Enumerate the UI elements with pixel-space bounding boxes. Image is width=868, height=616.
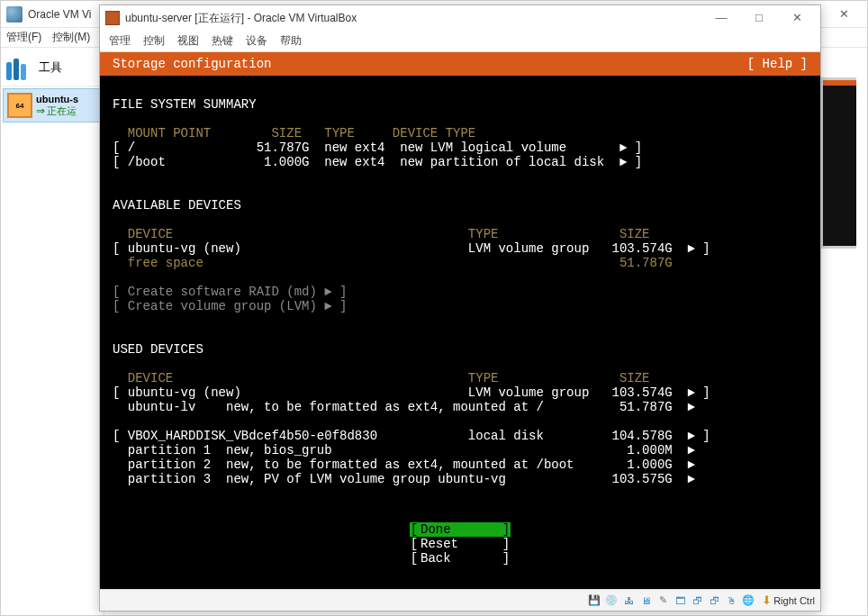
vm-menu-help[interactable]: 帮助 — [280, 33, 302, 49]
used-row-lv[interactable]: ubuntu-lv new, to be formatted as ext4, … — [113, 400, 695, 414]
avail-row-vg[interactable]: [ ubuntu-vg (new) LVM volume group 103.5… — [113, 241, 710, 256]
back-button[interactable]: [Back] — [410, 551, 511, 566]
vm-minimize-button[interactable]: — — [703, 7, 739, 29]
host-key-indicator: ⬇ Right Ctrl — [762, 593, 815, 607]
vm-menu-view[interactable]: 视图 — [177, 33, 199, 49]
status-mouse-icon[interactable]: 🖱 — [724, 593, 738, 608]
vm-menu: 管理 控制 视图 热键 设备 帮助 — [100, 31, 820, 52]
status-recording-icon[interactable]: 🗗 — [690, 593, 704, 608]
installer-help[interactable]: [ Help ] — [747, 57, 808, 71]
vbox-app-icon — [6, 6, 23, 23]
host-key-arrow-icon: ⬇ — [762, 593, 772, 607]
vm-titlebar: ubuntu-server [正在运行] - Oracle VM Virtual… — [100, 5, 820, 31]
create-lvm[interactable]: [ Create volume group (LVM) ► ] — [113, 299, 347, 313]
status-network-icon[interactable]: 🖧 — [621, 593, 636, 608]
vm-status-text: 正在运 — [47, 104, 77, 118]
used-header: USED DEVICES — [113, 342, 203, 357]
fs-row-boot[interactable]: [ /boot 1.000G new ext4 new partition of… — [113, 155, 642, 169]
reset-button[interactable]: [Reset] — [410, 537, 511, 551]
status-video-icon[interactable]: 🗔 — [673, 593, 687, 608]
vm-window-title: ubuntu-server [正在运行] - Oracle VM Virtual… — [125, 11, 703, 26]
used-row-vg[interactable]: [ ubuntu-vg (new) LVM volume group 103.5… — [113, 385, 710, 400]
done-button[interactable]: [Done] — [410, 522, 511, 537]
status-display-icon[interactable]: 🖥 — [638, 593, 653, 608]
tools-label: 工具 — [39, 59, 62, 76]
running-arrow-icon: ⇒ — [36, 104, 45, 117]
vm-menu-manage[interactable]: 管理 — [109, 33, 131, 49]
used-columns: DEVICE TYPE SIZE — [113, 371, 650, 385]
sidebar-vm-ubuntu[interactable]: 64 ubuntu-s ⇒ 正在运 — [3, 88, 102, 122]
vm-status: ⇒ 正在运 — [36, 104, 78, 118]
status-optical-icon[interactable]: 💿 — [604, 593, 619, 608]
installer-title: Storage configuration — [113, 57, 271, 71]
used-row-disk[interactable]: [ VBOX_HARDDISK_VBdcef4b50-e0f8d830 loca… — [113, 429, 710, 443]
installer-actions: [Done] [Reset] [Back] — [100, 522, 820, 576]
installer-screen[interactable]: Storage configuration [ Help ] FILE SYST… — [100, 52, 820, 589]
outer-close-button[interactable]: ✕ — [826, 4, 862, 25]
status-additions-icon[interactable]: 🌐 — [741, 593, 755, 608]
tools-icon — [6, 55, 33, 80]
vbox-manager-sidebar: 工具 64 ubuntu-s ⇒ 正在运 — [1, 50, 104, 615]
vm-menu-hotkey[interactable]: 热键 — [212, 33, 233, 49]
used-row-p3[interactable]: partition 3 new, PV of LVM volume group … — [113, 472, 695, 486]
create-raid[interactable]: [ Create software RAID (md) ► ] — [113, 285, 347, 299]
vm-name: ubuntu-s — [36, 94, 78, 104]
vm-os-icon: 64 — [7, 93, 32, 118]
vm-menu-device[interactable]: 设备 — [246, 33, 267, 49]
menu-control[interactable]: 控制(M) — [52, 30, 90, 45]
fs-row-root[interactable]: [ / 51.787G new ext4 new LVM logical vol… — [113, 140, 642, 155]
installer-body[interactable]: FILE SYSTEM SUMMARY MOUNT POINT SIZE TYP… — [100, 76, 820, 490]
status-shared-icon[interactable]: ✎ — [656, 593, 670, 608]
status-features-icon[interactable]: 🗗 — [707, 593, 721, 608]
vm-menu-control[interactable]: 控制 — [143, 33, 165, 49]
menu-manage[interactable]: 管理(F) — [6, 30, 41, 45]
vm-preview-thumb — [820, 77, 856, 249]
vm-statusbar: 💾 💿 🖧 🖥 ✎ 🗔 🗗 🗗 🖱 🌐 ⬇ Right Ctrl — [100, 589, 820, 611]
vbox-cube-icon — [105, 11, 120, 25]
avail-header: AVAILABLE DEVICES — [113, 198, 241, 213]
sidebar-tools[interactable]: 工具 — [1, 50, 104, 86]
vm-maximize-button[interactable]: □ — [741, 7, 777, 29]
vm-close-button[interactable]: ✕ — [779, 7, 815, 29]
fs-columns: MOUNT POINT SIZE TYPE DEVICE TYPE — [113, 126, 475, 140]
fs-summary-header: FILE SYSTEM SUMMARY — [113, 97, 257, 112]
used-row-p1[interactable]: partition 1 new, bios_grub 1.000M ► — [113, 443, 695, 457]
host-key-text: Right Ctrl — [773, 595, 815, 606]
vm-window: ubuntu-server [正在运行] - Oracle VM Virtual… — [99, 5, 821, 611]
status-hdd-icon[interactable]: 💾 — [587, 593, 601, 608]
avail-row-free: free space 51.787G — [113, 256, 673, 270]
avail-columns: DEVICE TYPE SIZE — [113, 227, 650, 241]
used-row-p2[interactable]: partition 2 new, to be formatted as ext4… — [113, 457, 695, 472]
